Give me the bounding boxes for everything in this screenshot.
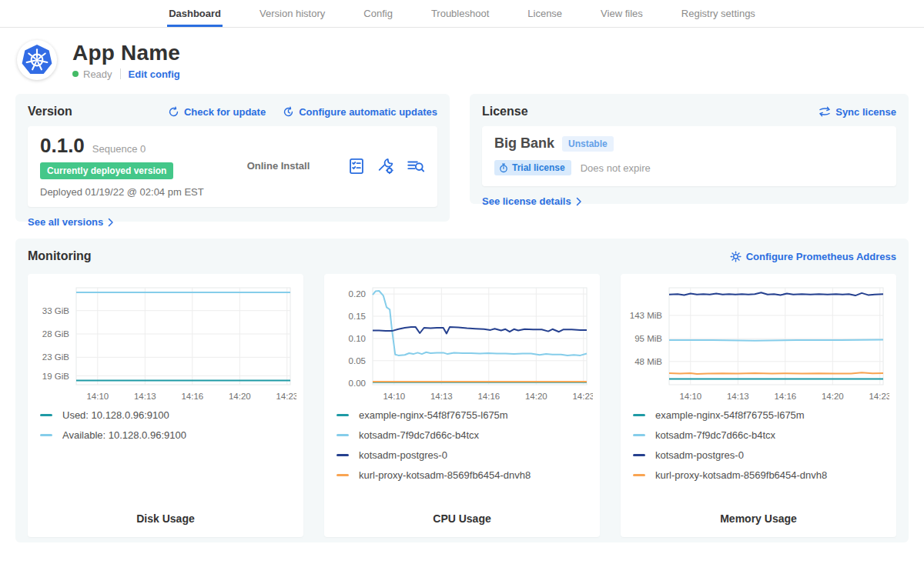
app-header: App Name Ready Edit config <box>0 28 924 88</box>
legend-label: kotsadm-postgres-0 <box>655 449 744 461</box>
current-version-panel: 0.1.0 Sequence 0 Currently deployed vers… <box>28 126 437 207</box>
configure-automatic-updates-link[interactable]: Configure automatic updates <box>283 106 437 118</box>
legend-label: Used: 10.128.0.96:9100 <box>62 409 169 421</box>
svg-text:143 MiB: 143 MiB <box>630 311 663 320</box>
tab-version-history[interactable]: Version history <box>258 0 326 27</box>
svg-text:48 MiB: 48 MiB <box>634 357 662 366</box>
chevron-right-icon <box>108 218 114 227</box>
version-card-title: Version <box>28 105 72 118</box>
clock-refresh-icon <box>283 106 294 118</box>
svg-text:14:16: 14:16 <box>477 392 500 401</box>
svg-text:14:10: 14:10 <box>86 392 109 401</box>
stopwatch-icon <box>499 163 508 173</box>
legend-label: kurl-proxy-kotsadm-8569fb6454-dnvh8 <box>655 469 827 481</box>
legend-label: kotsadm-postgres-0 <box>359 449 447 461</box>
tab-config[interactable]: Config <box>362 0 394 27</box>
preflight-checks-icon[interactable] <box>348 158 365 175</box>
svg-text:0.15: 0.15 <box>349 312 366 321</box>
monitoring-section: Monitoring Configure Prometheus Address … <box>15 239 909 542</box>
svg-text:14:23: 14:23 <box>276 392 296 401</box>
legend-swatch <box>336 474 349 476</box>
memory-usage-legend: example-nginx-54f8f76755-l675mkotsadm-7f… <box>633 409 892 489</box>
legend-swatch <box>336 434 349 436</box>
svg-text:19 GiB: 19 GiB <box>42 372 69 381</box>
tab-registry-settings[interactable]: Registry settings <box>680 0 757 27</box>
svg-text:14:16: 14:16 <box>181 392 203 401</box>
license-card: License Sync license Big Bank Unstable <box>470 94 909 204</box>
deployed-timestamp: Deployed 01/19/22 @ 02:04 pm EST <box>40 186 204 198</box>
legend-item: kurl-proxy-kotsadm-8569fb6454-dnvh8 <box>633 469 892 481</box>
edit-config-link[interactable]: Edit config <box>129 68 180 80</box>
sequence-label: Sequence 0 <box>92 143 146 155</box>
legend-item: example-nginx-54f8f76755-l675m <box>633 409 892 421</box>
tab-dashboard[interactable]: Dashboard <box>167 0 223 27</box>
chart-title: Disk Usage <box>32 512 299 525</box>
svg-text:95 MiB: 95 MiB <box>634 334 662 343</box>
config-wrench-icon[interactable] <box>377 158 394 175</box>
tab-license[interactable]: License <box>526 0 564 27</box>
kubernetes-logo-icon <box>21 44 53 76</box>
cpu-usage-card: 0.000.050.100.150.2014:1014:1314:1614:20… <box>324 274 600 537</box>
legend-swatch <box>633 474 645 476</box>
status-dot <box>72 71 79 77</box>
monitoring-title: Monitoring <box>28 249 92 263</box>
summary-cards-row: Version Check for update Configure au <box>0 88 924 222</box>
memory-usage-chart: 48 MiB95 MiB143 MiB14:1014:1314:1614:201… <box>628 280 889 405</box>
disk-usage-card: 19 GiB23 GiB28 GiB33 GiB14:1014:1314:161… <box>28 274 303 537</box>
svg-text:28 GiB: 28 GiB <box>42 329 69 339</box>
legend-swatch <box>633 414 645 416</box>
license-summary-panel: Big Bank Unstable Trial license Do <box>482 126 896 186</box>
legend-swatch <box>336 454 349 456</box>
svg-text:0.05: 0.05 <box>349 356 366 365</box>
legend-label: example-nginx-54f8f76755-l675m <box>359 409 508 421</box>
svg-text:14:10: 14:10 <box>679 392 701 401</box>
chart-title: CPU Usage <box>329 512 595 525</box>
legend-label: kurl-proxy-kotsadm-8569fb6454-dnvh8 <box>359 469 531 481</box>
sync-license-link[interactable]: Sync license <box>819 106 896 118</box>
svg-text:14:16: 14:16 <box>774 392 796 401</box>
legend-swatch <box>336 414 349 416</box>
legend-item: kurl-proxy-kotsadm-8569fb6454-dnvh8 <box>336 469 595 481</box>
legend-item: Available: 10.128.0.96:9100 <box>40 429 299 441</box>
tab-view-files[interactable]: View files <box>599 0 644 27</box>
status-text: Ready <box>83 68 112 80</box>
legend-item: kotsadm-7f9dc7d66c-b4tcx <box>336 429 595 441</box>
currently-deployed-badge: Currently deployed version <box>40 162 173 179</box>
legend-item: kotsadm-postgres-0 <box>633 449 892 461</box>
trial-license-badge: Trial license <box>494 160 571 175</box>
legend-swatch <box>633 434 645 436</box>
version-number: 0.1.0 <box>40 134 85 158</box>
svg-text:14:23: 14:23 <box>572 392 593 401</box>
chart-title: Memory Usage <box>625 512 892 525</box>
svg-text:0.20: 0.20 <box>349 289 366 299</box>
legend-label: kotsadm-7f9dc7d66c-b4tcx <box>655 429 775 441</box>
disk-usage-legend: Used: 10.128.0.96:9100Available: 10.128.… <box>40 409 299 449</box>
sync-icon <box>819 106 831 117</box>
deploy-logs-icon[interactable] <box>407 158 425 175</box>
disk-usage-chart: 19 GiB23 GiB28 GiB33 GiB14:1014:1314:161… <box>35 280 296 405</box>
legend-label: Available: 10.128.0.96:9100 <box>62 429 186 441</box>
charts-row: 19 GiB23 GiB28 GiB33 GiB14:1014:1314:161… <box>28 274 896 537</box>
check-for-update-link[interactable]: Check for update <box>168 106 266 118</box>
legend-label: kotsadm-7f9dc7d66c-b4tcx <box>359 429 479 441</box>
memory-usage-card: 48 MiB95 MiB143 MiB14:1014:1314:1614:201… <box>621 274 896 537</box>
app-logo <box>17 40 57 80</box>
svg-text:33 GiB: 33 GiB <box>42 306 69 315</box>
legend-item: kotsadm-7f9dc7d66c-b4tcx <box>633 429 892 441</box>
configure-prometheus-link[interactable]: Configure Prometheus Address <box>730 251 896 262</box>
see-all-versions-link[interactable]: See all versions <box>28 216 114 228</box>
tab-troubleshoot[interactable]: Troubleshoot <box>430 0 490 27</box>
see-license-details-link[interactable]: See license details <box>482 195 582 207</box>
divider <box>120 68 121 79</box>
license-name: Big Bank <box>494 135 554 152</box>
legend-item: Used: 10.128.0.96:9100 <box>40 409 299 421</box>
chevron-right-icon <box>576 197 582 206</box>
channel-badge: Unstable <box>562 136 614 152</box>
expiry-label: Does not expire <box>581 162 651 174</box>
svg-text:14:23: 14:23 <box>869 392 889 401</box>
top-navigation: Dashboard Version history Config Trouble… <box>0 0 924 28</box>
svg-text:14:13: 14:13 <box>727 392 749 401</box>
version-card: Version Check for update Configure au <box>15 94 450 222</box>
svg-text:23 GiB: 23 GiB <box>42 352 69 362</box>
legend-label: example-nginx-54f8f76755-l675m <box>655 409 805 421</box>
